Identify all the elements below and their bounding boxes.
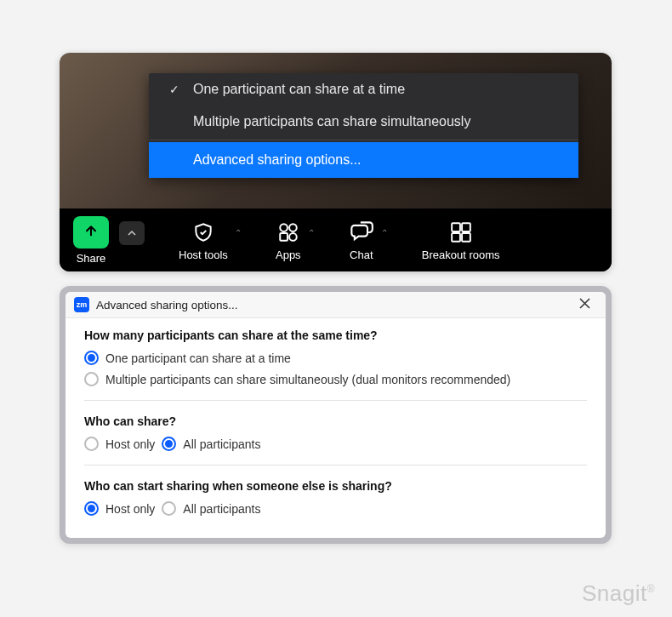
q1-option-multiple-participants[interactable]: Multiple participants can share simultan… <box>84 372 587 386</box>
q3-option-host-only[interactable]: Host only <box>84 501 155 516</box>
host-tools-arrow[interactable]: ⌃ <box>235 228 242 237</box>
apps-label: Apps <box>276 249 301 261</box>
breakout-rooms-button[interactable]: Breakout rooms <box>417 216 505 265</box>
chat-label: Chat <box>350 249 373 261</box>
q2-option-all-participants[interactable]: All participants <box>162 437 260 451</box>
svg-point-0 <box>280 224 288 231</box>
zoom-meeting-panel: ✓ One participant can share at a time ✓ … <box>60 53 612 271</box>
svg-rect-3 <box>280 233 288 241</box>
zoom-app-icon: zm <box>74 297 89 312</box>
snagit-watermark: Snagit® <box>582 580 655 607</box>
divider <box>84 400 587 401</box>
radio-icon <box>84 372 99 386</box>
radio-label: One participant can share at a time <box>105 351 291 365</box>
shield-icon <box>191 220 216 245</box>
radio-label: All participants <box>183 437 260 451</box>
share-options-arrow[interactable] <box>119 221 145 245</box>
dialog-titlebar: zm Advanced sharing options... <box>65 292 606 318</box>
svg-point-2 <box>289 233 297 241</box>
chat-arrow[interactable]: ⌃ <box>381 228 388 237</box>
menu-item-label: Multiple participants can share simultan… <box>186 114 470 129</box>
dialog-title: Advanced sharing options... <box>96 299 572 311</box>
close-button[interactable] <box>572 297 597 312</box>
check-icon: ✓ <box>169 83 186 96</box>
dialog-body: How many participants can share at the s… <box>65 318 606 538</box>
apps-icon <box>276 220 301 245</box>
radio-icon <box>84 351 99 365</box>
chevron-up-icon <box>128 229 136 237</box>
radio-label: Host only <box>105 437 155 451</box>
meeting-toolbar: Share Host tools ⌃ Apps ⌃ <box>60 209 612 271</box>
menu-item-advanced-sharing[interactable]: ✓ Advanced sharing options... <box>149 142 578 178</box>
menu-item-multiple-participants[interactable]: ✓ Multiple participants can share simult… <box>149 106 578 138</box>
grid-icon <box>448 220 474 245</box>
svg-rect-5 <box>462 223 470 231</box>
q1-option-one-participant[interactable]: One participant can share at a time <box>84 351 587 365</box>
q3-title: Who can start sharing when someone else … <box>84 479 587 493</box>
dialog-shadow-frame: zm Advanced sharing options... How many … <box>60 286 612 544</box>
breakout-label: Breakout rooms <box>422 249 500 261</box>
chat-icon <box>349 220 374 245</box>
apps-arrow[interactable]: ⌃ <box>308 228 315 237</box>
share-label: Share <box>77 252 106 265</box>
q3-option-all-participants[interactable]: All participants <box>162 501 260 516</box>
share-icon <box>73 216 109 249</box>
chat-button[interactable]: Chat <box>344 216 379 265</box>
radio-label: All participants <box>183 502 260 516</box>
svg-point-1 <box>289 224 297 231</box>
host-tools-button[interactable]: Host tools <box>174 216 233 265</box>
host-tools-label: Host tools <box>179 249 228 261</box>
menu-item-label: One participant can share at a time <box>186 82 405 97</box>
q3-options: Host only All participants <box>84 501 587 516</box>
close-icon <box>579 298 590 309</box>
q2-option-host-only[interactable]: Host only <box>84 437 155 451</box>
q1-title: How many participants can share at the s… <box>84 328 587 342</box>
radio-icon <box>162 437 176 451</box>
svg-rect-6 <box>452 233 460 242</box>
q2-options: Host only All participants <box>84 437 587 451</box>
q2-title: Who can share? <box>84 414 587 428</box>
menu-divider <box>149 140 578 140</box>
advanced-sharing-dialog: zm Advanced sharing options... How many … <box>65 292 606 538</box>
share-dropdown-menu: ✓ One participant can share at a time ✓ … <box>149 73 578 178</box>
radio-icon <box>162 501 176 516</box>
svg-rect-4 <box>452 223 460 231</box>
radio-label: Multiple participants can share simultan… <box>105 373 510 386</box>
menu-item-one-participant[interactable]: ✓ One participant can share at a time <box>149 73 578 106</box>
divider <box>84 465 587 466</box>
radio-label: Host only <box>105 502 155 516</box>
radio-icon <box>84 437 99 451</box>
share-button[interactable]: Share <box>68 213 114 268</box>
apps-button[interactable]: Apps <box>271 216 306 265</box>
radio-icon <box>84 501 99 516</box>
svg-rect-7 <box>462 233 470 242</box>
menu-item-label: Advanced sharing options... <box>186 152 361 168</box>
